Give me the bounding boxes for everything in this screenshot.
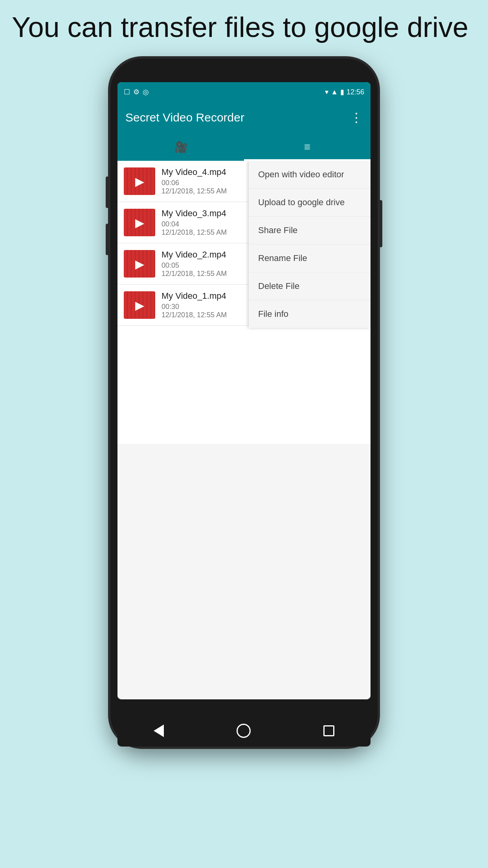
menu-item-rename-file[interactable]: Rename File (249, 245, 371, 272)
play-icon-4: ▶ (135, 298, 144, 312)
video-thumbnail-1: ▶ (124, 167, 155, 195)
menu-item-upload-google[interactable]: Upload to google drive (249, 189, 371, 217)
sync-icon: ◎ (143, 88, 149, 96)
more-options-button[interactable]: ⋮ (350, 110, 363, 125)
status-left-icons: ☐ ⚙ ◎ (124, 88, 149, 96)
recents-button[interactable] (323, 725, 334, 736)
phone-screen: ☐ ⚙ ◎ ▾ ▲ ▮ 12:56 Secret Video Recorder … (117, 82, 371, 699)
empty-content-area (117, 326, 371, 444)
context-menu: Open with video editor Upload to google … (249, 161, 371, 328)
camera-icon: 🎥 (174, 141, 188, 154)
bottom-nav (117, 715, 371, 747)
signal-icon: ▲ (331, 88, 338, 96)
list-icon: ≡ (304, 141, 310, 153)
menu-item-file-info[interactable]: File info (249, 300, 371, 328)
play-icon-1: ▶ (135, 175, 144, 188)
volume-down-button (106, 224, 110, 255)
play-icon-3: ▶ (135, 257, 144, 271)
menu-item-share-file[interactable]: Share File (249, 217, 371, 245)
video-thumbnail-3: ▶ (124, 250, 155, 278)
back-button[interactable] (154, 725, 164, 737)
sd-card-icon: ☐ (124, 88, 130, 96)
menu-item-open-video-editor[interactable]: Open with video editor (249, 161, 371, 189)
tab-bar: 🎥 ≡ (117, 133, 371, 161)
home-button[interactable] (237, 724, 251, 738)
status-time: 12:56 (347, 88, 364, 96)
status-bar: ☐ ⚙ ◎ ▾ ▲ ▮ 12:56 (117, 82, 371, 102)
power-button (378, 200, 382, 247)
video-thumbnail-2: ▶ (124, 209, 155, 236)
page-headline: You can transfer files to google drive (0, 0, 488, 51)
volume-up-button (106, 177, 110, 208)
tab-list[interactable]: ≡ (244, 133, 371, 161)
app-title: Secret Video Recorder (125, 111, 244, 124)
menu-item-delete-file[interactable]: Delete File (249, 272, 371, 300)
video-thumbnail-4: ▶ (124, 291, 155, 319)
content-area: ▶ My Video_4.mp4 00:06 12/1/2018, 12:55 … (117, 161, 371, 699)
phone-device: ☐ ⚙ ◎ ▾ ▲ ▮ 12:56 Secret Video Recorder … (110, 59, 378, 747)
wifi-icon: ▾ (325, 88, 328, 96)
status-right-icons: ▾ ▲ ▮ 12:56 (325, 88, 364, 96)
tab-camera[interactable]: 🎥 (117, 133, 244, 161)
app-bar: Secret Video Recorder ⋮ (117, 102, 371, 133)
settings-icon: ⚙ (133, 88, 139, 96)
play-icon-2: ▶ (135, 216, 144, 230)
battery-icon: ▮ (340, 88, 344, 96)
